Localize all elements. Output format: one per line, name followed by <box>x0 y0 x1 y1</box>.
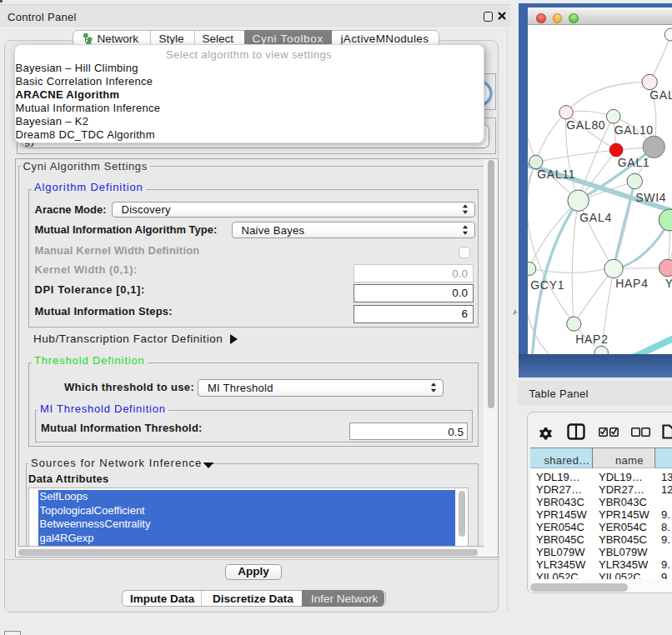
svg-text:GAL80: GAL80 <box>566 118 605 132</box>
svg-text:GAL: GAL <box>649 89 672 102</box>
svg-text:GCY1: GCY1 <box>530 278 564 292</box>
svg-text:GAL10: GAL10 <box>614 123 653 137</box>
svg-text:GAL11: GAL11 <box>537 168 575 182</box>
svg-text:HAP2: HAP2 <box>575 332 608 346</box>
svg-text:SWI4: SWI4 <box>635 191 666 204</box>
svg-text:GAL1: GAL1 <box>617 157 649 170</box>
svg-text:GAL4: GAL4 <box>579 211 612 224</box>
svg-text:Y: Y <box>664 277 671 290</box>
svg-text:HAP4: HAP4 <box>615 277 648 290</box>
